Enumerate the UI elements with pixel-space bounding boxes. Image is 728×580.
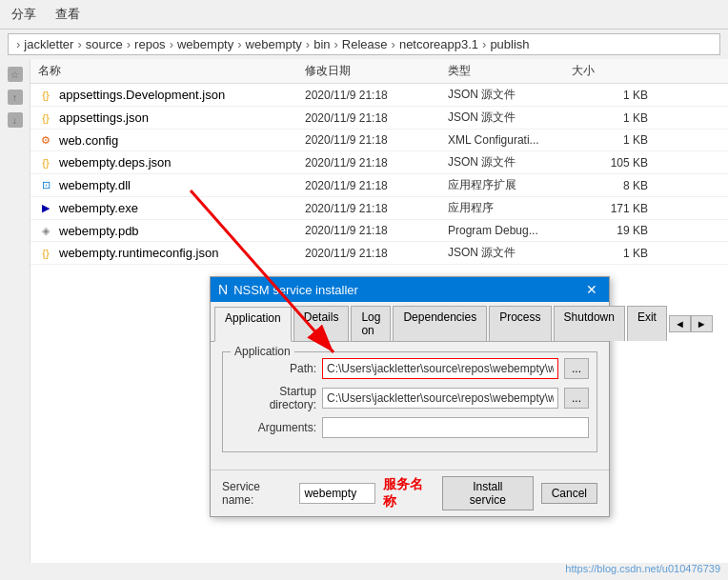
startup-input[interactable] [322, 388, 558, 409]
file-type: JSON 源文件 [448, 87, 572, 103]
file-type: JSON 源文件 [448, 110, 572, 126]
left-sidebar: ☆ ↑ ↓ [0, 59, 30, 563]
file-date: 2020/11/9 21:18 [305, 179, 448, 192]
file-type: 应用程序 [448, 200, 572, 216]
service-name-label: Service name: [222, 480, 292, 507]
service-name-input[interactable] [299, 483, 375, 504]
tab-application[interactable]: Application [214, 307, 292, 342]
file-date: 2020/11/9 21:18 [305, 202, 448, 215]
file-name-text: webempty.deps.json [59, 155, 172, 170]
file-icon: ◈ [38, 223, 53, 238]
tab-details[interactable]: Details [293, 306, 350, 341]
tab-logon[interactable]: Log on [351, 306, 391, 341]
dialog-titlebar: N NSSM service installer ✕ [211, 277, 609, 302]
dialog-title-icon: N [218, 282, 228, 297]
file-icon: ⊡ [38, 178, 53, 193]
tab-nav-prev[interactable]: ◄ [669, 315, 691, 332]
file-type: 应用程序扩展 [448, 177, 572, 193]
file-name-text: webempty.pdb [59, 224, 139, 238]
group-label: Application [231, 345, 294, 358]
sidebar-icon-3: ↓ [8, 112, 23, 128]
col-name: 名称 [38, 63, 305, 79]
path-row: Path: ... [231, 358, 589, 379]
dialog-body: Application Path: ... Startup directory:… [211, 342, 609, 470]
breadcrumb-bin[interactable]: bin [313, 37, 330, 51]
file-size: 1 KB [572, 133, 648, 147]
watermark: https://blog.csdn.net/u010476739 [565, 563, 720, 574]
sidebar-icon-2: ↑ [8, 90, 23, 105]
file-date: 2020/11/9 21:18 [305, 224, 448, 237]
file-icon: {} [38, 155, 53, 170]
breadcrumb-jackletter[interactable]: jackletter [24, 37, 73, 51]
service-annotation: 服务名称 [383, 476, 435, 510]
breadcrumb-publish[interactable]: publish [490, 37, 529, 51]
path-input[interactable] [322, 358, 558, 379]
file-date: 2020/11/9 21:18 [305, 156, 448, 170]
sidebar-icon-1: ☆ [8, 67, 23, 82]
startup-browse-button[interactable]: ... [564, 388, 589, 409]
tab-shutdown[interactable]: Shutdown [554, 306, 625, 341]
file-date: 2020/11/9 21:18 [305, 247, 448, 260]
file-size: 19 KB [572, 224, 648, 237]
file-type: Program Debug... [448, 224, 572, 237]
file-size: 1 KB [572, 111, 648, 125]
col-type: 类型 [448, 63, 572, 79]
file-date: 2020/11/9 21:18 [305, 133, 448, 147]
file-size: 1 KB [572, 89, 648, 102]
dialog-title-label: NSSM service installer [233, 283, 358, 297]
dialog-title-text: N NSSM service installer [218, 282, 358, 297]
tab-process[interactable]: Process [489, 306, 551, 341]
service-row: Service name: 服务名称 Install service Cance… [211, 470, 609, 516]
tab-dependencies[interactable]: Dependencies [393, 306, 487, 341]
file-rows-container: {} appsettings.Development.json 2020/11/… [30, 84, 728, 265]
table-row[interactable]: {} appsettings.Development.json 2020/11/… [30, 84, 728, 107]
tab-exit[interactable]: Exit [627, 306, 667, 341]
install-service-button[interactable]: Install service [442, 476, 534, 510]
tab-nav-next[interactable]: ► [691, 315, 713, 332]
cancel-button[interactable]: Cancel [541, 483, 597, 504]
table-row[interactable]: ▶ webempty.exe 2020/11/9 21:18 应用程序 171 … [30, 197, 728, 220]
table-row[interactable]: ⚙ web.config 2020/11/9 21:18 XML Configu… [30, 130, 728, 151]
address-bar: › jackletter › source › repos › webempty… [8, 33, 720, 55]
startup-label: Startup directory: [231, 385, 316, 411]
file-size: 1 KB [572, 247, 648, 260]
path-label: Path: [231, 362, 316, 375]
arguments-label: Arguments: [231, 421, 316, 434]
breadcrumb-source[interactable]: source [86, 37, 123, 51]
dialog-tabs: Application Details Log on Dependencies … [211, 302, 609, 342]
breadcrumb-netcoreapp[interactable]: netcoreapp3.1 [399, 37, 478, 51]
arguments-input[interactable] [322, 417, 589, 438]
path-browse-button[interactable]: ... [564, 358, 589, 379]
breadcrumb-webempty1[interactable]: webempty [177, 37, 233, 51]
table-row[interactable]: ⊡ webempty.dll 2020/11/9 21:18 应用程序扩展 8 … [30, 174, 728, 197]
file-name-text: webempty.dll [59, 178, 131, 192]
table-row[interactable]: ◈ webempty.pdb 2020/11/9 21:18 Program D… [30, 220, 728, 242]
file-name-text: webempty.runtimeconfig.json [59, 246, 218, 260]
file-size: 105 KB [572, 156, 648, 170]
file-type: JSON 源文件 [448, 154, 572, 170]
arguments-row: Arguments: [231, 417, 589, 438]
file-icon: ⚙ [38, 132, 53, 148]
breadcrumb-repos[interactable]: repos [134, 37, 166, 51]
file-icon: {} [38, 246, 53, 261]
view-button[interactable]: 查看 [51, 4, 84, 25]
breadcrumb-release[interactable]: Release [342, 37, 388, 51]
table-row[interactable]: {} appsettings.json 2020/11/9 21:18 JSON… [30, 107, 728, 130]
share-button[interactable]: 分享 [8, 4, 40, 25]
dialog-close-button[interactable]: ✕ [582, 282, 601, 297]
file-date: 2020/11/9 21:18 [305, 89, 448, 102]
file-name-text: web.config [59, 133, 118, 148]
nssm-dialog[interactable]: N NSSM service installer ✕ Application D… [210, 276, 610, 517]
file-icon: ▶ [38, 201, 53, 216]
application-group: Application Path: ... Startup directory:… [222, 351, 597, 452]
file-size: 171 KB [572, 202, 648, 215]
table-row[interactable]: {} webempty.runtimeconfig.json 2020/11/9… [30, 242, 728, 265]
table-row[interactable]: {} webempty.deps.json 2020/11/9 21:18 JS… [30, 151, 728, 174]
col-date: 修改日期 [305, 63, 448, 79]
file-name-text: webempty.exe [59, 201, 138, 215]
file-name-text: appsettings.Development.json [59, 88, 225, 102]
file-size: 8 KB [572, 179, 648, 192]
col-size: 大小 [572, 63, 648, 79]
breadcrumb-webempty2[interactable]: webempty [246, 37, 302, 51]
file-date: 2020/11/9 21:18 [305, 111, 448, 125]
